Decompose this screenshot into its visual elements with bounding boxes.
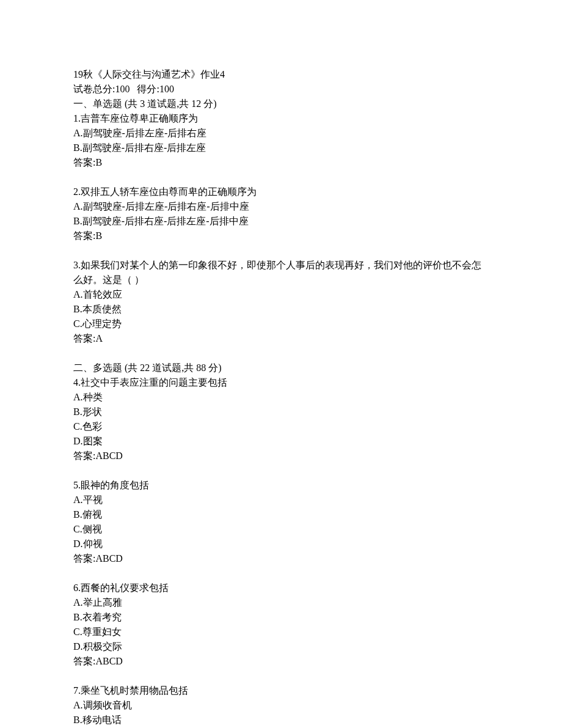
q4-option-c: C.色彩 <box>73 419 489 434</box>
q2-answer: 答案:B <box>73 229 489 243</box>
q1-option-a: A.副驾驶座-后排左座-后排右座 <box>73 126 489 141</box>
section1-heading: 一、单选题 (共 3 道试题,共 12 分) <box>73 97 489 111</box>
q3-text: 3.如果我们对某个人的第一印象很不好，即使那个人事后的表现再好，我们对他的评价也… <box>73 258 489 287</box>
q1-answer: 答案:B <box>73 155 489 170</box>
q2-option-b: B.副驾驶座-后排右座-后排左座-后排中座 <box>73 214 489 229</box>
q3-option-c: C.心理定势 <box>73 317 489 331</box>
q5-option-d: D.仰视 <box>73 537 489 551</box>
spacer <box>73 463 489 478</box>
q2-text: 2.双排五人轿车座位由尊而卑的正确顺序为 <box>73 185 489 199</box>
q4-option-b: B.形状 <box>73 405 489 419</box>
spacer <box>73 346 489 361</box>
spacer <box>73 170 489 185</box>
q6-option-a: A.举止高雅 <box>73 595 489 610</box>
q6-text: 6.西餐的礼仪要求包括 <box>73 581 489 595</box>
q1-option-b: B.副驾驶座-后排右座-后排左座 <box>73 141 489 155</box>
q6-option-c: C.尊重妇女 <box>73 625 489 639</box>
section2-heading: 二、多选题 (共 22 道试题,共 88 分) <box>73 361 489 375</box>
score-line: 试卷总分:100 得分:100 <box>73 82 489 97</box>
q5-option-b: B.俯视 <box>73 507 489 522</box>
q1-text: 1.吉普车座位尊卑正确顺序为 <box>73 111 489 126</box>
q3-option-a: A.首轮效应 <box>73 287 489 302</box>
spacer <box>73 566 489 581</box>
spacer <box>73 669 489 683</box>
q4-option-d: D.图案 <box>73 434 489 449</box>
q4-option-a: A.种类 <box>73 390 489 405</box>
q4-text: 4.社交中手表应注重的问题主要包括 <box>73 375 489 390</box>
q4-answer: 答案:ABCD <box>73 449 489 463</box>
q6-option-d: D.积极交际 <box>73 639 489 654</box>
q5-answer: 答案:ABCD <box>73 551 489 566</box>
q7-option-a: A.调频收音机 <box>73 698 489 713</box>
q7-text: 7.乘坐飞机时禁用物品包括 <box>73 683 489 698</box>
q3-answer: 答案:A <box>73 331 489 346</box>
q5-text: 5.眼神的角度包括 <box>73 478 489 493</box>
q6-option-b: B.衣着考究 <box>73 610 489 625</box>
spacer <box>73 243 489 258</box>
q5-option-a: A.平视 <box>73 493 489 507</box>
q5-option-c: C.侧视 <box>73 522 489 537</box>
doc-title: 19秋《人际交往与沟通艺术》作业4 <box>73 67 489 82</box>
q3-option-b: B.本质使然 <box>73 302 489 317</box>
q6-answer: 答案:ABCD <box>73 654 489 669</box>
q7-option-b: B.移动电话 <box>73 713 489 727</box>
q2-option-a: A.副驾驶座-后排左座-后排右座-后排中座 <box>73 199 489 214</box>
